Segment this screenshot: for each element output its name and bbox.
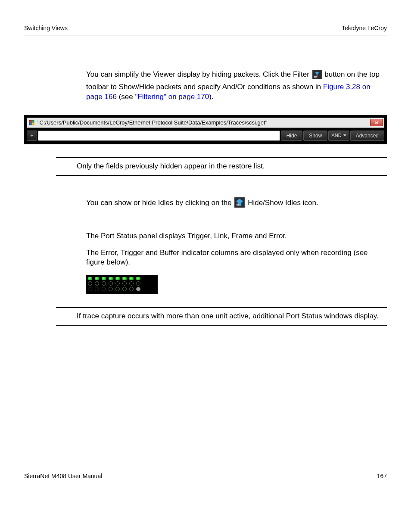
status-led-green — [129, 277, 134, 280]
note-text: If trace capture occurs with more than o… — [77, 311, 387, 321]
status-led-off — [115, 281, 120, 286]
filter-toolbar: + Hide Show AND Advanced — [27, 131, 384, 141]
status-led-off — [109, 281, 113, 286]
text: ). — [209, 93, 213, 101]
note-text: Only the fields previously hidden appear… — [77, 162, 387, 171]
advanced-button[interactable]: Advanced — [350, 131, 384, 141]
header-right: Teledyne LeCroy — [342, 24, 387, 32]
page-footer: SierraNet M408 User Manual 167 — [24, 472, 387, 480]
status-led-off — [115, 287, 120, 291]
port-status-row-empty — [88, 287, 156, 291]
note-restore-list: Only the fields previously hidden appear… — [56, 157, 387, 176]
status-led-off — [95, 287, 99, 291]
paragraph-idles: You can show or hide Idles by clicking o… — [86, 197, 387, 211]
status-led-green — [136, 277, 140, 280]
footer-left: SierraNet M408 User Manual — [24, 472, 102, 480]
status-led-off — [95, 281, 99, 286]
status-led-off — [88, 281, 92, 286]
filter-input[interactable] — [38, 131, 280, 141]
status-led-off — [102, 287, 106, 291]
paragraph-port-status: The Port Status panel displays Trigger, … — [86, 231, 387, 241]
port-status-row-empty — [88, 281, 156, 286]
svg-rect-2 — [314, 76, 317, 78]
add-filter-button[interactable]: + — [27, 131, 37, 141]
status-led-off — [88, 287, 92, 291]
footer-page-number: 167 — [377, 472, 387, 480]
filter-toolbar-screenshot: "C:/Users/Public/Documents/LeCroy/Ethern… — [24, 115, 387, 144]
status-led-green — [122, 277, 127, 280]
show-button[interactable]: Show — [303, 131, 327, 141]
hide-show-idles-icon — [234, 197, 245, 211]
link-filtering-page170[interactable]: "Filtering" on page 170 — [135, 93, 209, 101]
text: You can show or hide Idles by clicking o… — [86, 199, 234, 207]
plus-icon: + — [30, 132, 34, 140]
header-left: Switching Views — [24, 24, 68, 32]
svg-rect-3 — [29, 120, 31, 122]
filter-icon — [312, 70, 322, 82]
svg-rect-5 — [29, 123, 31, 125]
paragraph-filter-intro: You can simplify the Viewer display by h… — [86, 70, 387, 102]
page-header: Switching Views Teledyne LeCroy — [24, 24, 387, 35]
paragraph-error-trigger: The Error, Trigger and Buffer indicator … — [86, 248, 387, 268]
port-status-row-green — [88, 277, 156, 280]
status-led-off — [122, 281, 127, 286]
status-led-off — [102, 281, 106, 286]
status-led-off — [122, 287, 127, 291]
file-path: "C:/Users/Public/Documents/LeCroy/Ethern… — [37, 119, 370, 127]
status-led-green — [88, 277, 92, 280]
status-led-off — [129, 281, 134, 286]
and-label: AND — [331, 132, 341, 139]
status-led-off — [109, 287, 113, 291]
port-status-figure — [86, 275, 158, 294]
note-multiple-units: If trace capture occurs with more than o… — [56, 307, 387, 326]
window-titlebar: "C:/Users/Public/Documents/LeCroy/Ethern… — [27, 118, 384, 128]
svg-marker-9 — [343, 134, 346, 137]
svg-rect-6 — [32, 123, 34, 125]
text: (see — [117, 93, 135, 101]
app-icon — [29, 120, 35, 126]
and-dropdown[interactable]: AND — [328, 131, 349, 141]
close-button[interactable] — [370, 119, 383, 126]
svg-rect-4 — [32, 120, 34, 122]
text: You can simplify the Viewer display by h… — [86, 70, 311, 78]
status-led-grey — [136, 287, 140, 291]
status-led-off — [129, 287, 134, 291]
status-led-green — [115, 277, 120, 280]
status-led-green — [102, 277, 106, 280]
text: Hide/Show Idles icon. — [248, 199, 318, 207]
hide-button[interactable]: Hide — [281, 131, 303, 141]
status-led-green — [109, 277, 113, 280]
status-led-green — [95, 277, 99, 280]
status-led-off — [136, 281, 140, 286]
chevron-down-icon — [343, 134, 346, 137]
